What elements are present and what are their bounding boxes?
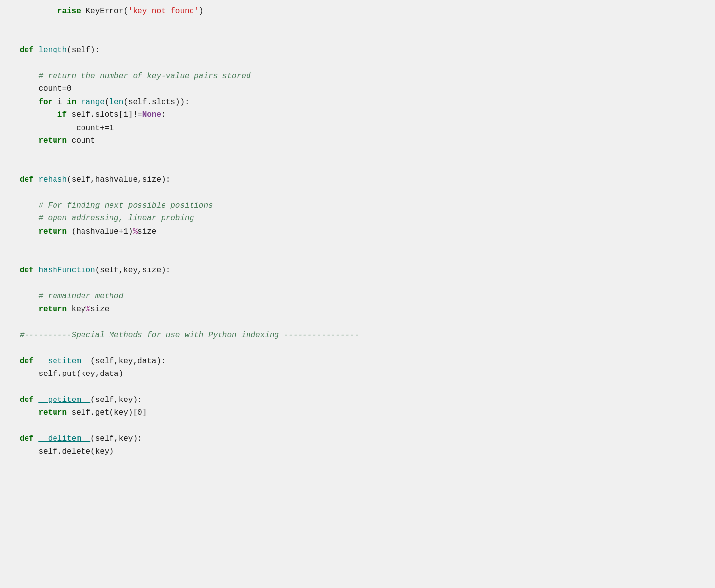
code-token-plain (34, 396, 39, 404)
code-token-kw: raise (57, 7, 81, 16)
code-token-fn: hashFunction (38, 266, 95, 275)
code-token-kw: return (38, 305, 67, 314)
code-token-plain: (self.slots)): (123, 98, 189, 107)
code-token-string: 'key not found' (128, 7, 199, 16)
code-token-plain: count=0 (38, 84, 71, 93)
code-line: count=0 (20, 82, 695, 95)
blank-line (20, 57, 695, 70)
code-line: def __setitem__(self,key,data): (20, 355, 695, 368)
code-token-plain: (self,key): (90, 396, 142, 404)
code-line: def length(self): (20, 44, 695, 56)
code-token-plain: size (138, 227, 156, 236)
code-line: # return the number of key-value pairs s… (20, 70, 695, 82)
code-line: def __getitem__(self,key): (20, 394, 695, 406)
code-token-comment: #----------Special Methods for use with … (20, 331, 359, 340)
code-token-kw: for (38, 98, 53, 107)
code-token-kw: in (67, 98, 76, 107)
blank-line (20, 380, 695, 393)
code-token-kw: if (57, 110, 67, 119)
code-token-plain: self.slots[i]!= (67, 110, 142, 119)
code-line: if self.slots[i]!=None: (20, 108, 695, 121)
code-token-plain: (self,hashvalue,size): (67, 175, 170, 184)
code-line: #----------Special Methods for use with … (20, 329, 695, 342)
code-line: def rehash(self,hashvalue,size): (20, 173, 695, 186)
code-container: raise KeyError('key not found')def lengt… (0, 0, 715, 588)
code-token-fn: length (38, 46, 67, 54)
blank-line (20, 160, 695, 173)
code-token-plain (76, 98, 81, 107)
code-token-plain (34, 266, 39, 275)
code-token-plain: (self): (67, 46, 100, 54)
code-token-kw: return (38, 227, 67, 236)
code-token-builtin: len (109, 98, 123, 107)
code-token-op: % (85, 305, 90, 314)
blank-line (20, 186, 695, 199)
code-token-dunder: __delitem__ (38, 434, 90, 443)
code-line: # remainder method (20, 290, 695, 303)
blank-line (20, 238, 695, 251)
code-token-kw: def (20, 175, 34, 184)
code-token-plain: KeyError( (81, 7, 128, 16)
code-token-plain: count+=1 (76, 124, 114, 133)
code-line: # open addressing, linear probing (20, 212, 695, 225)
blank-line (20, 251, 695, 264)
code-token-plain: : (161, 110, 166, 119)
code-token-plain (34, 46, 39, 54)
code-line: return count (20, 134, 695, 147)
code-token-plain: size (90, 305, 109, 314)
code-token-kw: def (20, 266, 34, 275)
blank-line (20, 18, 695, 30)
code-token-none-kw: None (142, 110, 161, 119)
code-token-plain (34, 175, 39, 184)
code-token-kw: def (20, 396, 34, 404)
code-token-plain: self.delete(key) (38, 447, 114, 456)
code-token-plain: (self,key,size): (95, 266, 171, 275)
code-token-comment: # remainder method (38, 292, 123, 301)
code-token-comment: # return the number of key-value pairs s… (38, 72, 250, 80)
code-token-dunder: __setitem__ (38, 357, 90, 366)
code-token-plain: count (67, 136, 95, 145)
code-block: raise KeyError('key not found')def lengt… (0, 5, 715, 458)
code-token-kw: return (38, 136, 67, 145)
code-token-fn: rehash (38, 175, 67, 184)
blank-line (20, 342, 695, 354)
code-token-plain (34, 434, 39, 443)
code-token-plain: (self,key,data): (90, 357, 166, 366)
code-line: def hashFunction(self,key,size): (20, 264, 695, 277)
blank-line (20, 147, 695, 160)
code-token-plain: (hashvalue+1) (67, 227, 133, 236)
code-token-comment: # For finding next possible positions (38, 201, 213, 210)
code-line: count+=1 (20, 122, 695, 134)
code-token-kw: def (20, 357, 34, 366)
code-line: return self.get(key)[0] (20, 406, 695, 419)
blank-line (20, 420, 695, 432)
blank-line (20, 316, 695, 328)
code-token-kw: def (20, 46, 34, 54)
code-line: raise KeyError('key not found') (20, 5, 695, 18)
blank-line (20, 277, 695, 290)
code-line: return (hashvalue+1)%size (20, 225, 695, 238)
code-token-builtin: range (81, 98, 105, 107)
code-token-comment: # open addressing, linear probing (38, 214, 194, 223)
code-token-plain: self.put(key,data) (38, 370, 123, 378)
code-token-plain: key (67, 305, 85, 314)
code-token-kw: def (20, 434, 34, 443)
code-token-plain: (self,key): (90, 434, 142, 443)
code-line: self.delete(key) (20, 445, 695, 458)
code-token-plain (34, 357, 39, 366)
code-token-plain: i (53, 98, 67, 107)
code-line: # For finding next possible positions (20, 199, 695, 212)
code-token-op: % (133, 227, 138, 236)
code-line: for i in range(len(self.slots)): (20, 96, 695, 108)
blank-line (20, 31, 695, 44)
code-line: def __delitem__(self,key): (20, 432, 695, 445)
code-token-kw: return (38, 408, 67, 417)
code-line: self.put(key,data) (20, 368, 695, 380)
code-token-dunder: __getitem__ (38, 396, 90, 404)
code-token-plain: ) (199, 7, 204, 16)
code-line: return key%size (20, 303, 695, 316)
code-token-plain: self.get(key)[0] (67, 408, 147, 417)
